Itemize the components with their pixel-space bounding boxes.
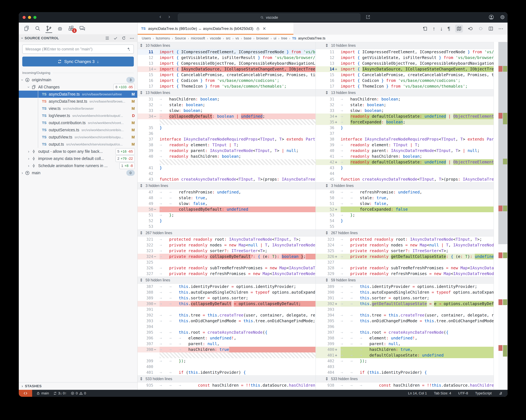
diff-line[interactable]: 397→ → → parent: null, <box>138 341 315 347</box>
diff-filler-row[interactable] <box>138 159 315 165</box>
diff-line[interactable]: 404→ → if (this.identityProvider) { <box>316 370 494 375</box>
diff-line[interactable]: 16import { Codicon } from 'vs/base/commo… <box>138 78 315 83</box>
file-item-output.contribution.ts[interactable]: TSoutput.contribution.tssrc/vs/workbench… <box>19 119 137 126</box>
overview-ruler[interactable] <box>498 42 507 390</box>
commit-item-1[interactable]: ›improve async data tree default coll...… <box>19 155 137 162</box>
file-item-view.ts[interactable]: TSview.tssrc/vs/editor/browserM <box>19 105 137 112</box>
diff-line[interactable]: 35} <box>138 125 315 131</box>
breadcrumb-item[interactable]: lszomoru <box>156 36 170 40</box>
diff-line[interactable]: 48→ → stale: true, <box>138 195 315 201</box>
diff-line[interactable]: 54} <box>316 218 494 224</box>
tree-item-origin-main[interactable]: ›origin/main3 <box>19 76 137 83</box>
breadcrumb-item[interactable]: Source <box>175 36 186 40</box>
diff-line[interactable]: 321→ protected readonly root: IAsyncData… <box>138 236 315 242</box>
whitespace-icon[interactable]: ¶ <box>447 26 450 32</box>
tab-diff-asyncdatatree[interactable]: TS asyncDataTree.ts (86f1cc0e) ↔ asyncDa… <box>138 23 293 35</box>
diff-line[interactable]: 14−import { IAsyncDataSource, ICollapseS… <box>138 66 315 72</box>
diff-line[interactable]: 43function createAsyncDataTreeNode<TInpu… <box>138 176 315 182</box>
diff-line[interactable]: 51→ → slow: false, <box>316 201 494 206</box>
commit-item-2[interactable]: ›Schedule animation frame runners in ...… <box>19 162 137 169</box>
unfold-icon[interactable]: ⇕ <box>140 278 143 283</box>
diff-line[interactable]: 402→ → }); <box>316 358 494 364</box>
file-item-outputView.ts[interactable]: TSoutputView.tssrc/vs/workbench/contrib/… <box>19 134 137 141</box>
hidden-lines-bar[interactable]: ⇕533 hidden lines <box>138 375 315 382</box>
diff-line[interactable]: 36} <box>316 125 494 131</box>
branch-status[interactable]: main <box>36 391 49 395</box>
diff-line[interactable]: 13import { CompressibleObjectTree, IComp… <box>138 60 315 66</box>
unfold-icon[interactable]: ⇕ <box>140 231 143 235</box>
problems-status[interactable]: 0 0 <box>71 391 86 395</box>
run-debug-icon[interactable] <box>56 24 64 33</box>
diff-line[interactable]: 40→ readonly hasChildren: boolean; <box>138 154 315 159</box>
unfold-icon[interactable]: ⇕ <box>325 90 329 95</box>
file-item-output.ts[interactable]: TSoutput.tssrc/vs/workbench/services/out… <box>19 141 137 148</box>
diff-line[interactable]: 39→ readonly parent: IAsyncDataTreeNode<… <box>138 148 315 154</box>
breadcrumb-item[interactable]: tree <box>281 36 287 40</box>
diff-line[interactable]: 47→ → refreshPromise: undefined, <box>138 189 315 195</box>
diff-line[interactable]: 401+→ → → defaultCollapseState: undefine… <box>316 352 494 358</box>
revert-change-icon[interactable] <box>468 26 473 31</box>
diff-line[interactable]: 938→ → → const hasChildren = !!this.data… <box>316 382 494 388</box>
open-external-icon[interactable] <box>365 14 371 20</box>
breadcrumb-item[interactable]: vscode <box>210 36 221 40</box>
diff-line[interactable]: 399→ → }); <box>138 358 315 364</box>
unfold-icon[interactable]: ⇕ <box>325 43 329 48</box>
diff-line[interactable]: 389→ → this.identityProvider = options.i… <box>316 284 494 290</box>
diff-line[interactable]: 394 <box>138 324 315 330</box>
diff-line[interactable]: 393 <box>316 307 494 312</box>
diff-line[interactable]: 17import { ThemeIcon } from 'vs/base/com… <box>316 83 494 89</box>
extensions-icon[interactable]: 1 <box>68 24 75 33</box>
previous-change-icon[interactable]: ↑ <box>433 26 435 32</box>
diff-line[interactable]: 15import { CancelablePromise, createCanc… <box>316 72 494 78</box>
view-as-list-icon[interactable] <box>105 36 110 40</box>
hidden-lines-bar[interactable]: ⇕267 hidden lines <box>138 229 315 236</box>
diff-line[interactable]: 393→ → this.onDidChangeFindMode = this.t… <box>138 318 315 324</box>
diff-line[interactable]: 51→ }; <box>138 212 315 218</box>
tab-size[interactable]: Tab Size: 4 <box>434 391 451 395</box>
diff-line[interactable]: 43} <box>316 165 494 171</box>
diff-line[interactable]: 31→ hasChildren: boolean; <box>138 96 315 102</box>
command-center-search[interactable]: vscode <box>178 13 360 21</box>
hidden-lines-bar[interactable]: ⇕13 hidden lines <box>316 89 494 96</box>
diff-line[interactable]: 324→ private readonly nodes = new Map<nu… <box>316 242 494 248</box>
diff-line[interactable]: 400+→ → → hasChildren: true, <box>316 347 494 352</box>
diff-line[interactable]: 16import { Codicon } from 'vs/base/commo… <box>316 78 494 83</box>
diff-line[interactable]: 326+→ private readonly getDefaultCollaps… <box>316 254 494 259</box>
diff-line[interactable]: 33→ slow: boolean; <box>316 108 494 114</box>
diff-line[interactable]: 53→ }; <box>316 212 494 218</box>
hidden-lines-bar[interactable]: ⇕59 hidden lines <box>138 277 315 284</box>
diff-line[interactable]: 400 <box>138 364 315 370</box>
diff-line[interactable]: 31→ hasChildren: boolean; <box>316 96 494 102</box>
diff-line[interactable]: 41} <box>138 165 315 171</box>
tree-item-main[interactable]: ›main0 <box>19 169 137 176</box>
navigate-forward-icon[interactable]: › <box>168 13 170 20</box>
diff-line[interactable]: 389→ → this.sorter = options.sorter; <box>138 295 315 301</box>
diff-line[interactable]: 53 <box>138 224 315 229</box>
hidden-lines-bar[interactable]: ⇕267 hidden lines <box>316 229 494 236</box>
diff-line[interactable]: 935→ → → const hasChildren = !!this.data… <box>138 382 315 388</box>
diff-line[interactable]: 49→ → refreshPromise: undefined, <box>316 189 494 195</box>
diff-line[interactable]: 37interface IAsyncDataTreeNodeRequiredPr… <box>138 137 315 142</box>
diff-line[interactable]: 392→ → this.tree = this.createTree(user,… <box>138 312 315 318</box>
diff-line[interactable]: 326→ private readonly subTreeRefreshProm… <box>138 265 315 271</box>
hidden-lines-bar[interactable]: ⇕13 hidden lines <box>138 89 315 96</box>
diff-line[interactable]: 391 <box>138 307 315 312</box>
diff-line[interactable]: 329→ private readonly refreshPromises = … <box>316 271 494 277</box>
diff-line[interactable]: 325→ private readonly sorter?: ITreeSort… <box>316 248 494 254</box>
diff-line[interactable]: 395→ → this.root = createAsyncDataTreeNo… <box>138 330 315 335</box>
diff-line[interactable]: 11import { ICompressedTreeElement, IComp… <box>138 49 315 55</box>
sync-status[interactable]: 3↓ 0↑ <box>53 391 67 395</box>
diff-line[interactable]: 45function createAsyncDataTreeNode<TInpu… <box>316 176 494 182</box>
diff-line[interactable]: 327→ private readonly refreshPromises = … <box>138 271 315 277</box>
diff-line[interactable]: 55 <box>316 224 494 229</box>
next-change-icon[interactable]: ↓ <box>440 26 443 32</box>
open-changes-icon[interactable] <box>422 26 428 31</box>
diff-line[interactable]: 401→ → if (this.identityProvider) { <box>138 370 315 375</box>
diff-line[interactable]: 32→ stale: boolean; <box>316 102 494 108</box>
hidden-lines-bar[interactable]: ⇕3 hidden lines <box>138 182 315 189</box>
tree-item-all-changes[interactable]: ›All Changes8+103-95 <box>19 83 137 91</box>
breadcrumb-item[interactable]: base <box>244 36 251 40</box>
commit-item-0[interactable]: ›output - allow to open any file back...… <box>19 148 137 155</box>
diff-line[interactable]: 392+→ → this.getDefaultCollapseState = e… <box>316 301 494 307</box>
diff-line[interactable]: 50−→ → collapsedByDefault: undefined <box>138 206 315 212</box>
